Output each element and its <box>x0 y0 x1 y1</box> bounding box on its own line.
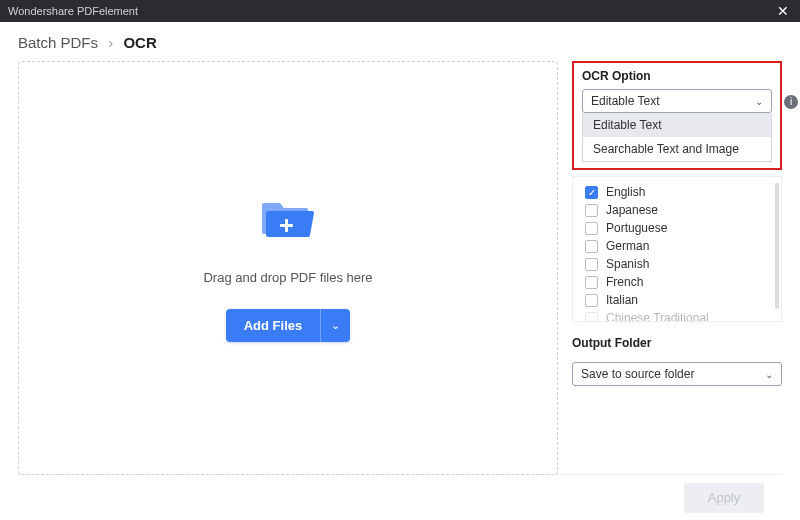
lang-row-german[interactable]: German <box>573 237 781 255</box>
breadcrumb-root[interactable]: Batch PDFs <box>18 34 98 51</box>
lang-label: Spanish <box>606 257 649 271</box>
lang-row-japanese[interactable]: Japanese <box>573 201 781 219</box>
add-files-button[interactable]: Add Files <box>226 309 321 342</box>
breadcrumb: Batch PDFs › OCR <box>18 34 782 51</box>
breadcrumb-sep: › <box>102 34 119 51</box>
titlebar: Wondershare PDFelement ✕ <box>0 0 800 22</box>
footer: Apply <box>18 474 782 520</box>
lang-row-portuguese[interactable]: Portuguese <box>573 219 781 237</box>
info-icon[interactable]: i <box>784 95 798 109</box>
apply-button[interactable]: Apply <box>684 483 764 513</box>
ocr-option-select[interactable]: Editable Text ⌄ <box>582 89 772 113</box>
checkbox-icon[interactable] <box>585 258 598 271</box>
chevron-down-icon: ⌄ <box>765 369 773 380</box>
ocr-option-label: OCR Option <box>582 69 772 83</box>
checkbox-icon[interactable] <box>585 222 598 235</box>
checkbox-icon[interactable] <box>585 240 598 253</box>
lang-label: Japanese <box>606 203 658 217</box>
close-icon[interactable]: ✕ <box>774 3 792 19</box>
lang-row-english[interactable]: ✓ English <box>573 183 781 201</box>
lang-label: French <box>606 275 643 289</box>
dropzone-text: Drag and drop PDF files here <box>203 270 372 285</box>
dropdown-item-editable[interactable]: Editable Text <box>583 113 771 137</box>
checkbox-checked-icon[interactable]: ✓ <box>585 186 598 199</box>
lang-label: German <box>606 239 649 253</box>
svg-rect-1 <box>280 224 293 227</box>
chevron-down-icon: ⌄ <box>331 319 340 331</box>
ocr-option-dropdown: Editable Text Searchable Text and Image <box>582 113 772 162</box>
checkbox-icon[interactable] <box>585 276 598 289</box>
scrollbar[interactable] <box>775 183 779 309</box>
lang-row-french[interactable]: French <box>573 273 781 291</box>
ocr-option-value: Editable Text <box>591 94 660 108</box>
output-folder-select[interactable]: Save to source folder ⌄ <box>572 362 782 386</box>
dropdown-item-searchable[interactable]: Searchable Text and Image <box>583 137 771 161</box>
lang-row-italian[interactable]: Italian <box>573 291 781 309</box>
ocr-option-section: OCR Option Editable Text ⌄ Editable Text… <box>572 61 782 170</box>
breadcrumb-current: OCR <box>123 34 156 51</box>
output-folder-label: Output Folder <box>572 336 782 350</box>
checkbox-icon[interactable] <box>585 312 598 323</box>
checkbox-icon[interactable] <box>585 294 598 307</box>
lang-label: Chinese Traditional <box>606 311 709 322</box>
lang-row-spanish[interactable]: Spanish <box>573 255 781 273</box>
dropzone[interactable]: Drag and drop PDF files here Add Files ⌄ <box>18 61 558 475</box>
language-list[interactable]: ✓ English Japanese Portuguese German <box>572 176 782 322</box>
lang-label: English <box>606 185 645 199</box>
lang-row-chinese[interactable]: Chinese Traditional <box>573 309 781 322</box>
add-files-caret-button[interactable]: ⌄ <box>320 309 350 342</box>
chevron-down-icon: ⌄ <box>755 96 763 107</box>
lang-label: Portuguese <box>606 221 667 235</box>
window-title: Wondershare PDFelement <box>8 5 138 17</box>
checkbox-icon[interactable] <box>585 204 598 217</box>
lang-label: Italian <box>606 293 638 307</box>
folder-plus-icon <box>258 195 318 246</box>
output-folder-value: Save to source folder <box>581 367 694 381</box>
